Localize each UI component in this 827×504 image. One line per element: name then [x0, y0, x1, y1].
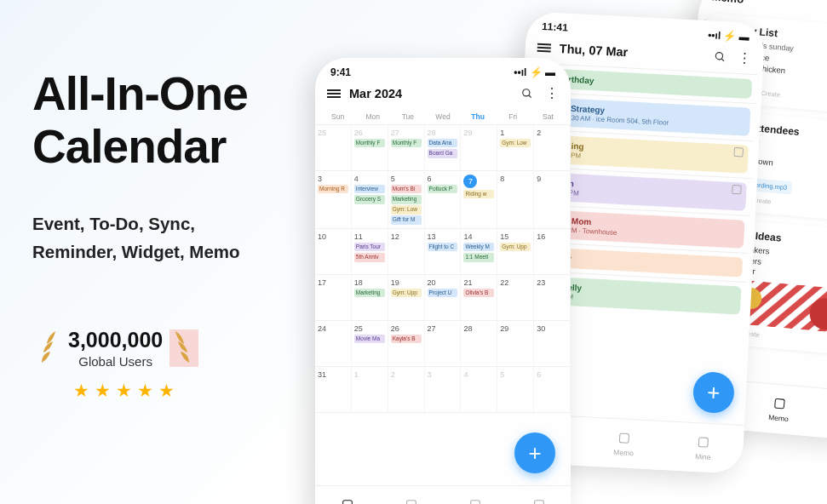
- day-cell[interactable]: 8: [497, 171, 534, 228]
- nav-tasks[interactable]: Tasks: [379, 486, 443, 504]
- day-cell[interactable]: 26Kayla's B: [388, 321, 425, 366]
- checkbox[interactable]: [732, 185, 742, 195]
- day-cell[interactable]: 2: [534, 125, 571, 170]
- event-chip[interactable]: Marketing: [354, 289, 385, 298]
- event-chip[interactable]: Marketing: [391, 195, 422, 204]
- day-cell[interactable]: 5Mom's BiMarketingGym: LowGift for M: [388, 171, 425, 228]
- dow-fri: Fri: [496, 109, 531, 124]
- day-cell[interactable]: 23: [534, 275, 571, 320]
- day-cell[interactable]: 5: [497, 367, 534, 412]
- event-chip[interactable]: Project U: [428, 289, 458, 298]
- event-chip[interactable]: Data Ana: [428, 139, 458, 148]
- more-icon[interactable]: ⋮: [738, 54, 751, 62]
- day-cell[interactable]: 6: [534, 367, 571, 412]
- event-chip[interactable]: Monthly F: [391, 139, 422, 148]
- day-cell[interactable]: 25: [315, 125, 352, 170]
- nav-mine[interactable]: Mine: [663, 421, 744, 474]
- day-cell[interactable]: 9: [534, 171, 571, 228]
- event-chip[interactable]: Gym: Low: [500, 139, 531, 148]
- event-chip[interactable]: Morning R: [318, 185, 348, 194]
- day-cell[interactable]: 16: [534, 229, 571, 274]
- dow-tue: Tue: [390, 109, 425, 124]
- day-cell[interactable]: 29: [461, 125, 497, 170]
- day-cell[interactable]: 10: [315, 229, 352, 274]
- event-chip[interactable]: Gym: Upp: [500, 243, 531, 252]
- day-cell[interactable]: 17: [315, 275, 352, 320]
- day-cell[interactable]: 12: [388, 229, 425, 274]
- time: 9:41: [330, 66, 351, 78]
- event-chip[interactable]: Flight to C: [428, 243, 458, 252]
- event-chip[interactable]: Paris Tour: [354, 243, 385, 252]
- day-cell[interactable]: 21Olivia's B: [461, 275, 497, 320]
- day-cell[interactable]: 18Marketing: [352, 275, 388, 320]
- event-chip[interactable]: Olivia's B: [463, 289, 494, 298]
- month-title[interactable]: Mar 2024: [349, 87, 513, 100]
- day-cell[interactable]: 28: [461, 321, 497, 366]
- sub-2: Reminder, Widget, Memo: [32, 242, 240, 261]
- day-event[interactable]: Mom6:30 PM: [546, 173, 746, 211]
- day-cell[interactable]: 22: [497, 275, 534, 320]
- day-cell[interactable]: 15Gym: Upp: [497, 229, 534, 274]
- day-cell[interactable]: 11Paris Tour5th Anniv: [352, 229, 388, 274]
- day-cell[interactable]: 29: [497, 321, 534, 366]
- day-cell[interactable]: 4: [461, 367, 497, 412]
- nav-calendar[interactable]: Calendar: [315, 486, 379, 504]
- day-cell[interactable]: 3Morning R: [315, 171, 352, 228]
- day-cell[interactable]: 14Weekly M1:1 Meeti: [461, 229, 497, 274]
- day-cell[interactable]: 6Potluck P: [425, 171, 462, 228]
- dow-wed: Wed: [425, 109, 460, 124]
- day-cell[interactable]: 13Flight to C: [425, 229, 462, 274]
- event-chip[interactable]: Gift for M: [391, 215, 422, 225]
- day-cell[interactable]: 3: [425, 367, 462, 412]
- day-cell[interactable]: 28Data AnaBoard Ga: [425, 125, 462, 170]
- day-cell[interactable]: 1Gym: Low: [497, 125, 534, 170]
- day-cell[interactable]: 25Movie Ma: [352, 321, 388, 366]
- day-cell[interactable]: 7Riding w: [461, 171, 497, 228]
- checkbox[interactable]: [733, 147, 744, 158]
- day-cell[interactable]: 31: [315, 367, 352, 412]
- time: 11:41: [542, 20, 568, 34]
- search-icon[interactable]: [714, 51, 726, 64]
- fab-add[interactable]: +: [514, 432, 555, 473]
- event-chip[interactable]: Interview: [354, 185, 385, 194]
- event-chip[interactable]: Kayla's B: [391, 335, 422, 344]
- search-icon[interactable]: [521, 88, 533, 100]
- menu-icon[interactable]: [537, 43, 551, 52]
- event-chip[interactable]: Movie Ma: [354, 335, 385, 344]
- day-event[interactable]: ng Strategy- 10:30 AM · ice Room 504, 5t…: [550, 98, 750, 136]
- nav-memo[interactable]: Memo: [583, 417, 665, 470]
- more-icon[interactable]: ⋮: [545, 90, 559, 97]
- day-cell[interactable]: 19Gym: Upp: [388, 275, 425, 320]
- day-cell[interactable]: 4InterviewGrocery S: [352, 171, 388, 228]
- event-chip[interactable]: 5th Anniv: [354, 253, 385, 262]
- day-cell[interactable]: 30: [534, 321, 571, 366]
- day-title[interactable]: Thu, 07 Mar: [559, 42, 706, 63]
- day-event[interactable]: ith Kelly0:30 AM: [541, 276, 741, 314]
- users-badge: 3,000,000Global Users: [32, 328, 322, 369]
- nav-memo[interactable]: Memo: [739, 381, 820, 437]
- day-event[interactable]: uilding4:30 PM: [548, 135, 749, 174]
- event-chip[interactable]: Potluck P: [428, 185, 458, 194]
- event-chip[interactable]: Board Ga: [428, 149, 458, 158]
- event-chip[interactable]: Gym: Upp: [391, 289, 422, 298]
- day-cell[interactable]: 2: [388, 367, 425, 412]
- nav-memo[interactable]: Memo: [443, 486, 507, 504]
- event-chip[interactable]: 1:1 Meeti: [463, 253, 494, 262]
- event-chip[interactable]: Monthly F: [354, 139, 385, 148]
- event-chip[interactable]: Grocery S: [354, 195, 385, 204]
- event-chip[interactable]: Weekly M: [463, 243, 494, 252]
- menu-icon[interactable]: [327, 89, 341, 98]
- dow-sat: Sat: [531, 109, 566, 124]
- nav-mine[interactable]: Mine: [507, 486, 571, 504]
- day-event[interactable]: with Mom8:00 PM · Townhouse: [544, 209, 744, 248]
- day-cell[interactable]: 20Project U: [425, 275, 462, 320]
- event-chip[interactable]: Gym: Low: [391, 205, 422, 215]
- day-cell[interactable]: 27: [425, 321, 462, 366]
- day-cell[interactable]: 27Monthly F: [388, 125, 425, 170]
- fab-add[interactable]: +: [692, 371, 735, 414]
- day-cell[interactable]: 26Monthly F: [352, 125, 388, 170]
- event-chip[interactable]: Mom's Bi: [391, 185, 422, 194]
- day-cell[interactable]: 1: [352, 367, 388, 412]
- event-chip[interactable]: Riding w: [463, 190, 494, 199]
- day-cell[interactable]: 24: [315, 321, 352, 366]
